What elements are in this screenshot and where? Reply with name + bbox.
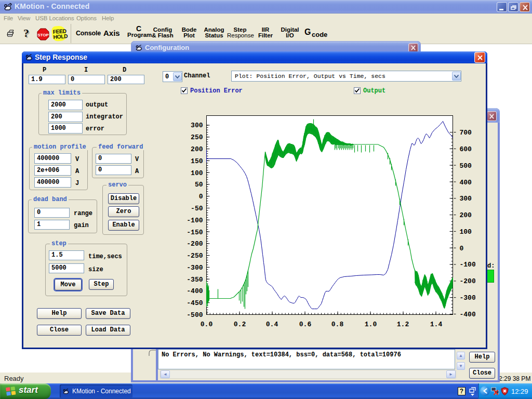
svg-text:100: 100 (191, 169, 203, 177)
svg-text:-250: -250 (187, 252, 203, 260)
svg-text:0.6: 0.6 (299, 321, 312, 328)
svg-text:-100: -100 (187, 217, 203, 224)
svg-text:-350: -350 (187, 276, 203, 284)
svg-text:-200: -200 (460, 277, 476, 285)
svg-text:600: 600 (460, 145, 472, 153)
svg-text:0.8: 0.8 (331, 321, 344, 328)
svg-text:0: 0 (199, 193, 203, 201)
svg-text:-300: -300 (460, 294, 476, 302)
svg-text:-50: -50 (191, 205, 203, 212)
svg-text:1.2: 1.2 (397, 321, 409, 328)
svg-text:0.4: 0.4 (266, 321, 278, 328)
svg-text:-400: -400 (187, 287, 203, 295)
svg-text:-300: -300 (187, 264, 203, 272)
svg-text:-100: -100 (460, 261, 476, 269)
svg-text:0.0: 0.0 (201, 321, 213, 328)
svg-text:700: 700 (460, 129, 472, 137)
svg-text:-450: -450 (187, 299, 203, 307)
svg-text:250: 250 (191, 134, 203, 141)
svg-text:500: 500 (460, 162, 472, 170)
svg-text:150: 150 (191, 157, 203, 165)
svg-text:0: 0 (460, 245, 464, 252)
svg-text:300: 300 (460, 195, 472, 203)
svg-text:400: 400 (460, 179, 472, 187)
svg-text:200: 200 (460, 211, 472, 219)
svg-text:300: 300 (191, 122, 203, 129)
svg-text:STOP: STOP (37, 33, 49, 37)
svg-text:-200: -200 (187, 240, 203, 248)
svg-text:-150: -150 (187, 229, 203, 236)
svg-text:50: 50 (195, 181, 203, 189)
svg-text:-400: -400 (460, 311, 476, 318)
svg-text:0.2: 0.2 (234, 321, 246, 328)
svg-text:-500: -500 (187, 311, 203, 319)
svg-text:1.4: 1.4 (430, 321, 443, 328)
svg-text:1.0: 1.0 (365, 321, 377, 328)
svg-text:200: 200 (191, 145, 203, 153)
svg-text:100: 100 (460, 228, 472, 236)
